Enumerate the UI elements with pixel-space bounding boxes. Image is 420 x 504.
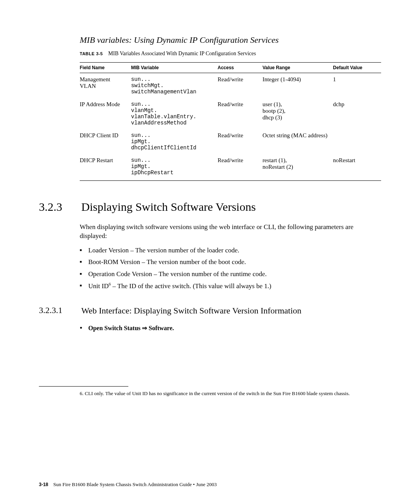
th-access: Access — [218, 63, 262, 73]
cell-default: dchp — [333, 98, 381, 129]
section-3231-title: Web Interface: Displaying Switch Softwar… — [81, 305, 381, 317]
cell-default: 1 — [333, 73, 381, 98]
th-field: Field Name — [80, 63, 131, 73]
web-step: Open Switch Status ⇒ Software. — [80, 324, 381, 332]
cell-mib: sun... vlanMgt. vlanTable.vlanEntry. vla… — [131, 98, 218, 129]
footer-page-number: 3-18 — [39, 482, 48, 487]
list-item: Operation Code Version – The version num… — [80, 269, 381, 279]
cell-field: DHCP Restart — [80, 154, 131, 181]
cell-field: IP Address Mode — [80, 98, 131, 129]
page-footer: 3-18 Sun Fire B1600 Blade System Chassis… — [39, 481, 217, 488]
cell-mib: sun... switchMgt. switchManagementVlan — [131, 73, 218, 98]
cell-range: user (1), bootp (2), dhcp (3) — [262, 98, 333, 129]
table-row: DHCP Restartsun... ipMgt. ipDhcpRestartR… — [80, 154, 381, 181]
footnote-rule — [39, 386, 128, 387]
cell-mib: sun... ipMgt. ipDhcpRestart — [131, 154, 218, 181]
mib-section-title: MIB variables: Using Dynamic IP Configur… — [80, 35, 381, 45]
cell-mib: sun... ipMgt. dhcpClientIfClientId — [131, 129, 218, 154]
cell-access: Read/write — [218, 154, 262, 181]
step-suffix: Software. — [147, 325, 174, 331]
footnote: 6. CLI only. The value of Unit ID has no… — [80, 390, 381, 397]
cell-default: noRestart — [333, 154, 381, 181]
cell-field: DHCP Client ID — [80, 129, 131, 154]
table-row: Management VLANsun... switchMgt. switchM… — [80, 73, 381, 98]
table-caption: TABLE 3-5 MIB Variables Associated With … — [80, 51, 381, 57]
th-mib: MIB Variable — [131, 63, 218, 73]
th-range: Value Range — [262, 63, 333, 73]
list-item-unitid: Unit ID6 – The ID of the active switch. … — [80, 281, 381, 291]
section-323-heading-row: 3.2.3 Displaying Switch Software Version… — [39, 200, 381, 214]
mib-table: Field Name MIB Variable Access Value Ran… — [80, 62, 381, 181]
cell-range: restart (1), noRestart (2) — [262, 154, 333, 181]
cell-range: Integer (1-4094) — [262, 73, 333, 98]
footer-text: Sun Fire B1600 Blade System Chassis Swit… — [53, 481, 217, 487]
section-3231-number: 3.2.3.1 — [39, 305, 80, 315]
cell-default — [333, 129, 381, 154]
section-3231-heading-row: 3.2.3.1 Web Interface: Displaying Switch… — [39, 305, 381, 317]
footnote-text: CLI only. The value of Unit ID has no si… — [84, 390, 350, 396]
table-caption-text: MIB Variables Associated With Dynamic IP… — [108, 51, 256, 56]
th-default: Default Value — [333, 63, 381, 73]
cell-access: Read/write — [218, 73, 262, 98]
list-item: Boot-ROM Version – The version number of… — [80, 257, 381, 267]
table-label: TABLE 3-5 — [80, 51, 103, 56]
table-row: IP Address Modesun... vlanMgt. vlanTable… — [80, 98, 381, 129]
section-323-intro: When displaying switch software versions… — [80, 223, 381, 241]
step-arrow: ⇒ — [142, 325, 147, 331]
table-row: DHCP Client IDsun... ipMgt. dhcpClientIf… — [80, 129, 381, 154]
list-item: Loader Version – The version number of t… — [80, 245, 381, 256]
cell-field: Management VLAN — [80, 73, 131, 98]
section-323-bullets: Loader Version – The version number of t… — [80, 245, 381, 291]
section-323-number: 3.2.3 — [39, 200, 80, 214]
cell-range: Octet string (MAC address) — [262, 129, 333, 154]
cell-access: Read/write — [218, 98, 262, 129]
cell-access: Read/write — [218, 129, 262, 154]
mib-table-body: Management VLANsun... switchMgt. switchM… — [80, 73, 381, 181]
footnote-num: 6. — [80, 390, 84, 396]
section-323-title: Displaying Switch Software Versions — [81, 200, 256, 214]
step-prefix: Open Switch Status — [88, 325, 142, 331]
